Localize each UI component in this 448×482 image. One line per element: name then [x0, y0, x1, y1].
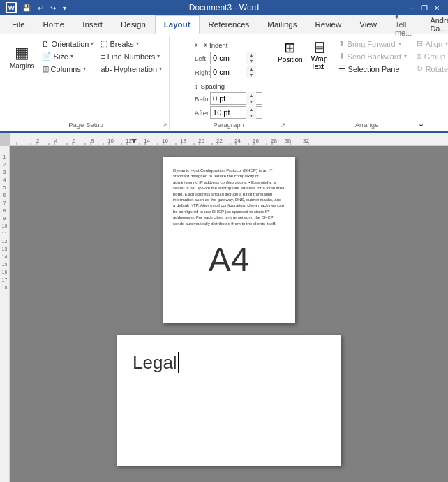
hyphenation-button[interactable]: ab- Hyphenation ▾ [98, 63, 165, 75]
orientation-button[interactable]: 🗋 Orientation ▾ [39, 38, 97, 50]
bring-forward-icon: ⬆ [338, 39, 345, 48]
tab-view[interactable]: View [350, 15, 386, 34]
page-setup-col1: 🗋 Orientation ▾ 📄 Size ▾ ▥ Columns ▾ [39, 38, 97, 75]
size-button[interactable]: 📄 Size ▾ [39, 50, 97, 62]
tab-mailings[interactable]: Mailings [258, 15, 306, 34]
spacing-after-field[interactable]: ▲ ▼ [210, 106, 262, 119]
wrap-text-icon: ⌸ [315, 39, 324, 55]
bring-forward-arrow: ▾ [398, 41, 401, 47]
send-backward-label: Send Backward [348, 52, 401, 61]
indent-left-down[interactable]: ▼ [246, 58, 256, 64]
spacing-after-up[interactable]: ▲ [246, 106, 256, 112]
bring-forward-button[interactable]: ⬆ Bring Forward ▾ [335, 38, 410, 50]
align-icon: ⊟ [417, 39, 423, 48]
v-ruler-num: 16 [2, 270, 8, 275]
group-icon: ⧈ [417, 52, 421, 61]
columns-button[interactable]: ▥ Columns ▾ [39, 63, 97, 75]
page-a4: Dynamic Host Configuration Protocol (DHC… [163, 157, 295, 323]
paragraph-group: ⇤⇥ Indent Left: ▲ ▼ Right: [170, 36, 288, 130]
indent-left-field[interactable]: ▲ ▼ [210, 52, 262, 64]
spacing-after-spinners: ▲ ▼ [246, 106, 256, 119]
tab-home[interactable]: Home [34, 15, 74, 34]
page-legal[interactable]: Legal [117, 335, 341, 466]
minimize-btn[interactable]: ─ [406, 3, 417, 13]
rotate-icon: ↻ [417, 64, 423, 73]
v-ruler-num: 1 [3, 154, 6, 159]
undo-qa-btn[interactable]: ↩ [36, 3, 45, 13]
tab-insert[interactable]: Insert [73, 15, 112, 34]
customize-qa-btn[interactable]: ▾ [61, 3, 68, 13]
spacing-before-label: Before: [195, 95, 206, 103]
tab-design[interactable]: Design [112, 15, 155, 34]
window-controls: ─ ❐ ✕ [406, 3, 442, 13]
svg-text:28: 28 [271, 138, 277, 144]
indent-right-up[interactable]: ▲ [246, 66, 256, 72]
page-setup-expand[interactable]: ↗ [162, 122, 167, 129]
save-qa-btn[interactable]: 💾 [21, 3, 32, 13]
arrange-expand-icon[interactable]: ⌄ [418, 119, 424, 129]
tab-tell-me[interactable]: ♦ Tell me... [386, 15, 421, 34]
document-canvas[interactable]: Dynamic Host Configuration Protocol (DHC… [10, 146, 448, 482]
line-numbers-button[interactable]: ≡ Line Numbers ▾ [98, 50, 165, 62]
size-label: Size [54, 52, 68, 61]
selection-pane-button[interactable]: ☰ Selection Pane [335, 63, 410, 75]
tab-account[interactable]: Andre Da... [421, 15, 448, 34]
tab-references[interactable]: References [200, 15, 259, 34]
v-ruler-num: 4 [3, 177, 6, 182]
spacing-before-field[interactable]: ▲ ▼ [210, 92, 262, 105]
v-ruler-num: 12 [2, 239, 8, 244]
ruler-left-pad [0, 133, 10, 145]
size-arrow: ▾ [70, 53, 73, 59]
v-ruler-num: 8 [3, 208, 6, 213]
page-a4-text: Dynamic Host Configuration Protocol (DHC… [173, 168, 285, 226]
svg-text:16: 16 [162, 138, 168, 144]
v-ruler-num: 7 [3, 200, 6, 205]
horizontal-ruler: 2 4 6 8 10 12 14 1 [0, 133, 448, 146]
spacing-after-input[interactable] [211, 107, 246, 118]
indent-left-label: Left: [195, 54, 206, 62]
svg-text:W: W [8, 5, 15, 12]
group-button[interactable]: ⧈ Group ▾ [413, 50, 448, 62]
spacing-before-down[interactable]: ▼ [246, 98, 256, 105]
send-backward-icon: ⬇ [338, 52, 345, 61]
svg-text:14: 14 [144, 138, 150, 144]
close-btn[interactable]: ✕ [431, 3, 442, 13]
spacing-before-input[interactable] [211, 93, 246, 104]
position-button[interactable]: ⊞ Position [276, 38, 304, 65]
margins-button[interactable]: ▦ Margins [7, 38, 38, 77]
tab-file[interactable]: File [3, 15, 34, 34]
rotate-button[interactable]: ↻ Rotate ▾ [413, 63, 448, 75]
v-ruler-num: 2 [3, 162, 6, 167]
v-ruler-num: 5 [3, 185, 6, 190]
spacing-after-down[interactable]: ▼ [246, 112, 256, 119]
restore-btn[interactable]: ❐ [419, 3, 430, 13]
indent-right-down[interactable]: ▼ [246, 72, 256, 78]
breaks-button[interactable]: ⬚ Breaks ▾ [98, 38, 165, 50]
page-setup-group: ▦ Margins 🗋 Orientation ▾ 📄 Size ▾ [3, 36, 170, 130]
arrange-label: Arrange [355, 121, 379, 129]
redo-qa-btn[interactable]: ↪ [49, 3, 57, 13]
indent-right-spinners: ▲ ▼ [246, 66, 256, 78]
ribbon-content: ▦ Margins 🗋 Orientation ▾ 📄 Size ▾ [0, 34, 448, 133]
spacing-before-up[interactable]: ▲ [246, 92, 256, 98]
send-backward-button[interactable]: ⬇ Send Backward ▾ [335, 50, 410, 62]
group-label: Group [424, 52, 446, 61]
page-legal-label: Legal [127, 345, 331, 381]
paragraph-content: ⇤⇥ Indent Left: ▲ ▼ Right: [195, 38, 262, 129]
v-ruler-num: 6 [3, 193, 6, 198]
page-setup-content: ▦ Margins 🗋 Orientation ▾ 📄 Size ▾ [7, 38, 165, 129]
svg-text:8: 8 [91, 138, 94, 144]
indent-right-field[interactable]: ▲ ▼ [210, 66, 262, 78]
indent-left-up[interactable]: ▲ [246, 52, 256, 58]
tab-layout[interactable]: Layout [155, 15, 200, 34]
indent-left-input[interactable] [211, 52, 246, 64]
indent-right-input[interactable] [211, 66, 246, 78]
align-button[interactable]: ⊟ Align ▾ [413, 38, 448, 50]
arrange-group: ⊞ Position ⌸ WrapText ⬆ Bring Forward [288, 36, 445, 130]
align-label: Align [426, 40, 442, 48]
app-icon: W [6, 2, 17, 13]
tab-review[interactable]: Review [306, 15, 351, 34]
position-label: Position [278, 56, 303, 64]
vertical-ruler: 1 2 3 4 5 6 7 8 9 10 11 12 13 14 15 16 1… [0, 146, 10, 482]
wrap-text-button[interactable]: ⌸ WrapText [310, 38, 329, 72]
